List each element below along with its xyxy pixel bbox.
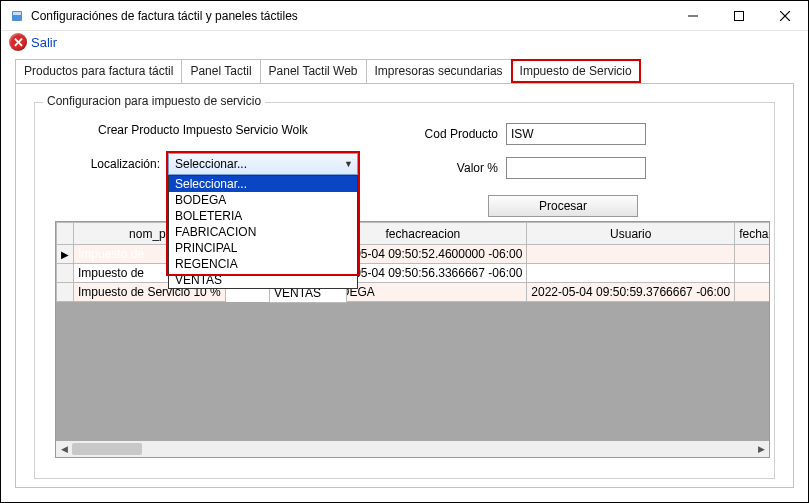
valor-input[interactable]: [506, 157, 646, 179]
localizacion-dropdown: Seleccionar... BODEGA BOLETERIA FABRICAC…: [168, 175, 358, 289]
cell-fc[interactable]: 2022-05-04 09:50:59.3766667 -06:00: [527, 283, 735, 302]
col-usuario[interactable]: Usuario: [527, 223, 735, 245]
chevron-down-icon: ▼: [344, 159, 353, 169]
form-row: Crear Producto Impuesto Servicio Wolk Lo…: [35, 103, 774, 223]
window-title: Configuraciónes de factura táctil y pane…: [31, 9, 670, 23]
col-fechau[interactable]: fechau: [735, 223, 770, 245]
minimize-button[interactable]: [670, 1, 716, 30]
dropdown-item-principal[interactable]: PRINCIPAL: [169, 240, 357, 256]
localizacion-field: Localización: Seleccionar... ▼ Seleccion…: [90, 153, 358, 175]
groupbox-title: Configuracion para impuesto de servicio: [43, 94, 265, 108]
data-grid[interactable]: nom_pr loc usuariocreacion fechacreacion…: [56, 222, 770, 302]
row-header: [57, 264, 74, 283]
grid-h-scrollbar[interactable]: ◀ ▶: [56, 441, 769, 457]
form-right-col: Cod Producto Valor % Procesar: [418, 123, 646, 217]
close-circle-icon: ✕: [9, 33, 27, 51]
dropdown-item-seleccionar[interactable]: Seleccionar...: [169, 176, 357, 192]
cell-us[interactable]: [735, 283, 770, 302]
row-header: [57, 283, 74, 302]
cell-us[interactable]: [527, 264, 735, 283]
dropdown-item-fabricacion[interactable]: FABRICACION: [169, 224, 357, 240]
salir-label: Salir: [31, 35, 57, 50]
toolbar: ✕ Salir: [1, 31, 808, 55]
table-row[interactable]: ▶ Impuesto de BODEGA 2022-05-04 09:50:52…: [57, 245, 771, 264]
tab-panel-tactil-web[interactable]: Panel Tactil Web: [260, 59, 367, 83]
cod-producto-label: Cod Producto: [418, 127, 498, 141]
app-icon: [9, 8, 25, 24]
cell-us[interactable]: [527, 245, 735, 264]
table-row[interactable]: Impuesto de BODEGA 2022-05-04 09:50:56.3…: [57, 264, 771, 283]
table-row[interactable]: Impuesto de Servicio 10 % VENTAS BODEGA …: [57, 283, 771, 302]
salir-button[interactable]: ✕ Salir: [9, 33, 57, 51]
row-pointer: ▶: [57, 245, 74, 264]
close-button[interactable]: [762, 1, 808, 30]
groupbox-impuesto: Configuracion para impuesto de servicio …: [34, 102, 775, 479]
form-left-col: Crear Producto Impuesto Servicio Wolk Lo…: [90, 123, 358, 217]
combo-selected-text: Seleccionar...: [175, 157, 247, 171]
procesar-button[interactable]: Procesar: [488, 195, 638, 217]
grid-corner[interactable]: [57, 223, 74, 245]
tab-content: Configuracion para impuesto de servicio …: [15, 83, 794, 488]
tab-impuesto-servicio[interactable]: Impuesto de Servicio: [511, 59, 641, 83]
tab-row: Productos para factura táctil Panel Tact…: [15, 59, 794, 83]
dropdown-item-regencia[interactable]: REGENCIA: [169, 256, 357, 272]
dropdown-item-bodega[interactable]: BODEGA: [169, 192, 357, 208]
valor-field: Valor %: [418, 157, 646, 179]
svg-rect-3: [735, 11, 744, 20]
valor-label: Valor %: [418, 161, 498, 175]
titlebar: Configuraciónes de factura táctil y pane…: [1, 1, 808, 31]
grid-inner: nom_pr loc usuariocreacion fechacreacion…: [56, 222, 769, 302]
scroll-thumb[interactable]: [72, 443, 142, 455]
grid-wrap: nom_pr loc usuariocreacion fechacreacion…: [55, 221, 770, 458]
cell-fau[interactable]: [735, 264, 770, 283]
localizacion-combo-wrap: Seleccionar... ▼ Seleccionar... BODEGA B…: [168, 153, 358, 175]
localizacion-combo[interactable]: Seleccionar... ▼: [168, 153, 358, 175]
scroll-right-icon[interactable]: ▶: [753, 441, 769, 457]
tab-impresoras[interactable]: Impresoras secundarias: [366, 59, 512, 83]
scroll-left-icon[interactable]: ◀: [56, 441, 72, 457]
maximize-button[interactable]: [716, 1, 762, 30]
cell-fau[interactable]: [735, 245, 770, 264]
dropdown-item-ventas[interactable]: VENTAS: [169, 272, 357, 288]
scroll-track[interactable]: [72, 441, 753, 457]
dropdown-item-boleteria[interactable]: BOLETERIA: [169, 208, 357, 224]
localizacion-label: Localización:: [90, 157, 160, 171]
svg-rect-1: [13, 12, 21, 15]
cod-producto-input[interactable]: [506, 123, 646, 145]
window-controls: [670, 1, 808, 30]
tab-panel-tactil[interactable]: Panel Tactil: [181, 59, 260, 83]
cod-producto-field: Cod Producto: [418, 123, 646, 145]
crear-producto-title: Crear Producto Impuesto Servicio Wolk: [90, 123, 358, 137]
tab-productos[interactable]: Productos para factura táctil: [15, 59, 182, 83]
